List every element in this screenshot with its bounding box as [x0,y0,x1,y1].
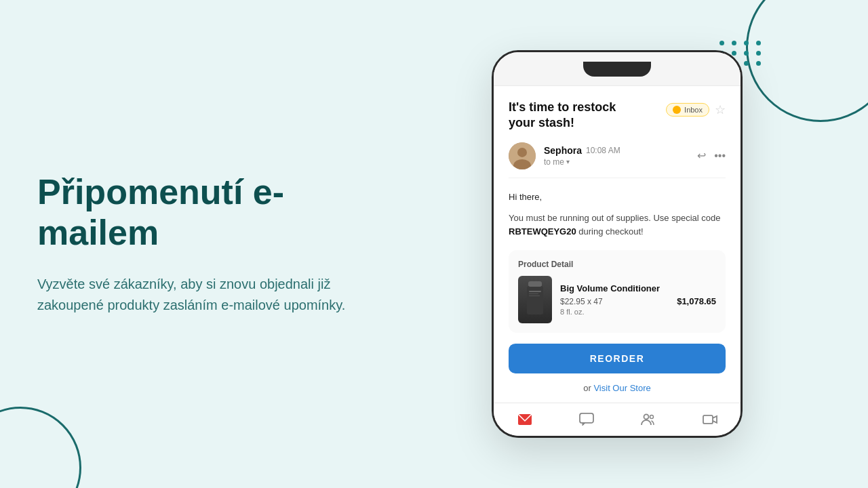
email-header-actions: Inbox ☆ [666,102,726,117]
phone-bottom-nav [494,403,741,436]
inbox-label: Inbox [684,106,703,114]
nav-group-icon[interactable] [640,411,656,428]
phone-notch [583,61,651,76]
more-options-icon[interactable]: ••• [714,150,726,162]
product-name: Big Volume Conditioner [560,283,716,293]
svg-rect-5 [529,291,541,292]
product-size: 8 fl. oz. [560,308,716,316]
visit-store-section: or Visit Our Store [509,383,726,393]
svg-rect-4 [527,286,543,314]
email-content: It's time to restock your stash! Inbox ☆ [494,86,741,393]
chevron-down-icon[interactable]: ▾ [566,158,570,165]
sender-to-label: to me [544,157,564,167]
sender-avatar [509,142,536,169]
svg-point-10 [644,415,648,420]
promo-code: RBTEWQEYG20 [509,226,576,237]
product-unit-price: $22.95 x 47 [560,297,603,306]
email-subject: It's time to restock your stash! [509,100,666,131]
inbox-dot-icon [673,106,681,114]
inbox-badge: Inbox [666,103,709,117]
phone-mockup: It's time to restock your stash! Inbox ☆ [492,50,743,438]
page-title: Připomenutí e-mailem [37,172,390,253]
product-row: Big Volume Conditioner $22.95 x 47 $1,07… [518,276,716,323]
sender-to: to me ▾ [544,157,689,167]
svg-rect-12 [703,415,713,424]
left-content-section: Připomenutí e-mailem Vyzvěte své zákazní… [37,172,390,316]
sender-actions: ↩ ••• [697,149,726,162]
email-body: Hi there, You must be running out of sup… [509,190,726,239]
sender-name: Sephora [544,145,582,156]
svg-rect-9 [580,413,593,423]
star-icon[interactable]: ☆ [715,102,726,117]
email-body-suffix: during checkout! [578,226,643,237]
svg-point-1 [517,148,527,157]
reorder-button[interactable]: REORDER [509,344,726,373]
product-image [518,276,552,323]
sender-row: Sephora 10:08 AM to me ▾ ↩ ••• [509,142,726,178]
decorative-circle-bottom-left [0,407,81,488]
product-total-price: $1,078.65 [677,296,716,306]
phone-body: It's time to restock your stash! Inbox ☆ [492,50,743,438]
phone-top-bar [494,52,741,86]
product-info: Big Volume Conditioner $22.95 x 47 $1,07… [560,283,716,316]
decorative-circle-top-right [746,0,868,122]
svg-rect-7 [529,296,540,296]
svg-rect-6 [529,293,538,294]
svg-rect-3 [528,283,542,286]
email-subject-line2: your stash! [509,116,574,129]
email-body-pre-code: You must be running out of supplies. Use… [509,212,720,222]
reply-icon[interactable]: ↩ [697,149,706,162]
email-header: It's time to restock your stash! Inbox ☆ [509,100,726,131]
product-section-label: Product Detail [518,260,716,269]
page-description: Vyzvěte své zákazníky, aby si znovu obje… [37,274,390,316]
sender-time: 10:08 AM [586,146,620,155]
nav-video-icon[interactable] [702,411,718,428]
nav-chat-icon[interactable] [578,411,595,428]
email-greeting: Hi there, [509,190,726,205]
svg-point-11 [650,415,653,419]
product-section: Product Detail Big Volume Conditioner [509,250,726,333]
visit-store-link[interactable]: Visit Our Store [593,383,650,393]
product-pricing: $22.95 x 47 $1,078.65 [560,296,716,306]
visit-store-pre-text: or [583,383,591,393]
nav-mail-icon[interactable] [517,411,533,428]
sender-info: Sephora 10:08 AM to me ▾ [544,145,689,167]
sender-name-row: Sephora 10:08 AM [544,145,689,156]
email-subject-line1: It's time to restock [509,100,616,114]
email-body-text: You must be running out of supplies. Use… [509,211,726,239]
